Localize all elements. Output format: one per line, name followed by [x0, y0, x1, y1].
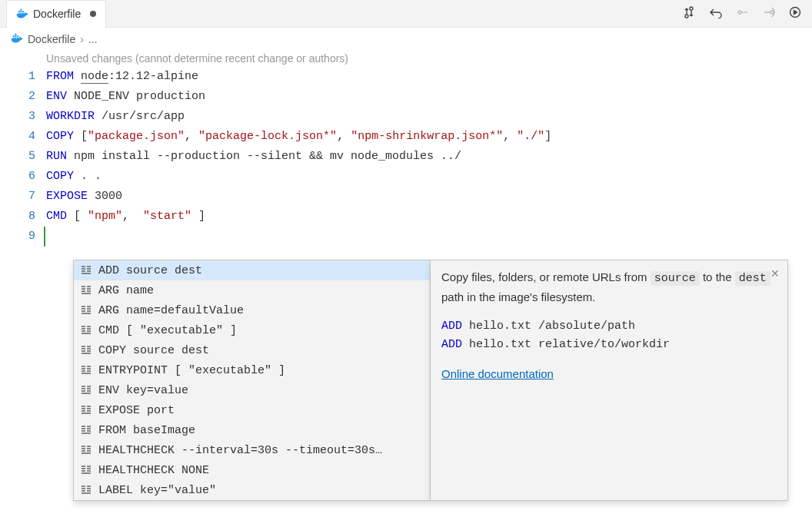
code-area[interactable]: Unsaved changes (cannot determine recent… [46, 50, 812, 247]
line-number: 6 [0, 167, 35, 187]
cursor [44, 227, 45, 247]
docker-icon [16, 8, 28, 21]
tab-bar: Dockerfile [0, 0, 812, 28]
prev-change-icon[interactable] [737, 6, 749, 22]
line-number: 5 [0, 147, 35, 167]
code-line: CMD [ "npm", "start" ] [46, 207, 812, 227]
compare-changes-icon[interactable] [683, 6, 695, 22]
run-icon[interactable] [789, 6, 801, 22]
next-change-icon[interactable] [763, 6, 775, 22]
code-line: COPY . . [46, 167, 812, 187]
breadcrumb-separator: › [80, 33, 84, 45]
code-line: ENV NODE_ENV production [46, 87, 812, 107]
line-number: 4 [0, 127, 35, 147]
code-line: WORKDIR /usr/src/app [46, 107, 812, 127]
line-number: 3 [0, 107, 35, 127]
editor[interactable]: 1 2 3 4 5 6 7 8 9 Unsaved changes (canno… [0, 50, 812, 247]
code-line: FROM node:12.12-alpine [46, 67, 812, 87]
gitlens-annotation: Unsaved changes (cannot determine recent… [46, 50, 812, 67]
code-line: RUN npm install --production --silent &&… [46, 147, 812, 167]
docker-icon [11, 32, 23, 45]
gutter: 1 2 3 4 5 6 7 8 9 [0, 50, 46, 247]
line-number: 7 [0, 187, 35, 207]
code-line: EXPOSE 3000 [46, 187, 812, 207]
line-number: 8 [0, 207, 35, 227]
line-number: 1 [0, 67, 35, 87]
line-number: 2 [0, 87, 35, 107]
code-line: COPY ["package.json", "package-lock.json… [46, 127, 812, 147]
breadcrumb[interactable]: Dockerfile › ... [0, 28, 812, 50]
breadcrumb-ellipsis: ... [88, 33, 98, 45]
code-line-current [46, 227, 812, 247]
svg-point-1 [770, 11, 774, 14]
svg-point-0 [738, 11, 741, 14]
breadcrumb-filename: Dockerfile [28, 33, 75, 45]
dirty-indicator [90, 11, 96, 17]
tab-filename: Dockerfile [33, 8, 81, 20]
undo-icon[interactable] [709, 6, 723, 22]
line-number: 9 [0, 227, 35, 247]
editor-actions [683, 6, 806, 22]
editor-tab[interactable]: Dockerfile [6, 0, 106, 28]
